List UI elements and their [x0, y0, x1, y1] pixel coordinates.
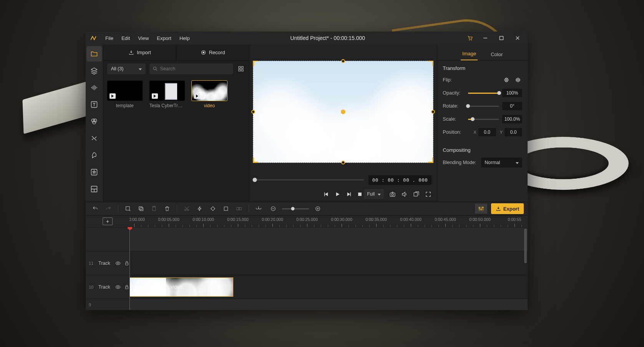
timeline-ruler[interactable]: 0:00:00.0000:00:05.0000:00:10.0000:00:15…	[129, 216, 528, 227]
scale-value[interactable]: 100.0%	[502, 115, 522, 123]
record-tab[interactable]: Record	[176, 45, 249, 60]
corner-handle[interactable]	[253, 61, 258, 66]
opacity-slider[interactable]	[468, 93, 499, 94]
track-lane[interactable]: video	[129, 275, 528, 299]
paste-button[interactable]	[148, 203, 160, 214]
copy-button[interactable]	[135, 203, 147, 214]
sidebar-filters[interactable]	[86, 114, 102, 129]
visibility-toggle[interactable]	[115, 261, 121, 266]
track-lane[interactable]	[129, 251, 528, 275]
edge-handle[interactable]	[251, 110, 255, 114]
snapshot-button[interactable]	[389, 191, 396, 198]
snap-button[interactable]	[253, 203, 264, 214]
props-tab-color[interactable]: Color	[489, 48, 504, 60]
volume-button[interactable]	[401, 191, 408, 198]
delete-button[interactable]	[161, 203, 173, 214]
minimize-button[interactable]	[478, 32, 493, 44]
undo-button[interactable]	[90, 203, 101, 214]
menu-help[interactable]: Help	[176, 34, 193, 43]
detach-button[interactable]	[413, 191, 420, 198]
position-y[interactable]: 0.0	[505, 128, 522, 136]
menu-export[interactable]: Export	[153, 34, 175, 43]
opacity-value[interactable]: 100%	[502, 89, 522, 97]
adjust-button[interactable]	[475, 204, 487, 214]
scale-slider[interactable]	[468, 119, 499, 120]
svg-rect-34	[239, 208, 241, 210]
track-lane[interactable]	[129, 299, 528, 310]
edge-handle[interactable]	[341, 59, 345, 63]
track-9: 9	[86, 299, 528, 310]
sidebar-audio[interactable]	[86, 80, 102, 95]
position-x[interactable]: 0.0	[478, 128, 496, 136]
prev-frame-button[interactable]	[324, 191, 329, 197]
center-handle[interactable]	[341, 110, 345, 114]
svg-rect-13	[239, 66, 241, 68]
view-grid-button[interactable]	[237, 65, 245, 73]
sidebar-layers[interactable]	[86, 63, 102, 78]
sidebar-transitions[interactable]	[86, 131, 102, 146]
export-button[interactable]: Export	[491, 203, 524, 214]
rotate-slider[interactable]	[468, 106, 499, 107]
crop-button[interactable]	[220, 203, 232, 214]
next-frame-button[interactable]	[346, 191, 352, 197]
zoom-slider[interactable]	[282, 208, 309, 209]
svg-rect-26	[140, 208, 143, 211]
corner-handle[interactable]	[428, 158, 433, 163]
menu-file[interactable]: File	[102, 34, 117, 43]
rotate-value[interactable]: 0°	[502, 102, 522, 110]
sidebar-favorites[interactable]	[86, 164, 102, 180]
preview-panel: 00 : 00 : 00 . 000 Full	[249, 45, 437, 202]
preview-canvas[interactable]	[253, 61, 433, 163]
track-lane[interactable]	[129, 227, 528, 251]
corner-handle[interactable]	[428, 61, 433, 66]
fullscreen-button[interactable]	[425, 191, 432, 198]
edge-handle[interactable]	[431, 110, 435, 114]
visibility-toggle[interactable]	[115, 284, 121, 290]
add-track-button[interactable]: +	[103, 217, 113, 225]
sidebar-layout[interactable]	[86, 181, 102, 197]
cut-button[interactable]	[181, 203, 193, 214]
quality-dropdown[interactable]: Full	[364, 189, 384, 199]
blend-mode-dropdown[interactable]: Normal	[481, 158, 522, 168]
media-filter-dropdown[interactable]: All (3)	[107, 63, 146, 74]
maximize-button[interactable]	[494, 32, 509, 44]
corner-handle[interactable]	[253, 158, 258, 163]
svg-rect-32	[224, 207, 227, 210]
flip-horizontal-button[interactable]	[502, 76, 511, 84]
close-button[interactable]	[510, 32, 525, 44]
import-tab[interactable]: Import	[103, 45, 176, 60]
menu-view[interactable]: View	[134, 34, 152, 43]
media-item-video[interactable]: video	[192, 81, 227, 108]
timecode-display: 00 : 00 : 00 . 000	[368, 175, 432, 185]
media-item-tesla[interactable]: Tesla CyberTruc...	[149, 81, 185, 108]
timeline-scrollbar[interactable]	[524, 227, 527, 310]
stop-button[interactable]	[357, 191, 363, 197]
redo-button[interactable]	[103, 203, 114, 214]
timeline-clip-video[interactable]: video	[129, 277, 233, 297]
marker-button[interactable]	[207, 203, 219, 214]
zoom-in-button[interactable]	[312, 203, 324, 214]
group-button[interactable]	[233, 203, 245, 214]
svg-rect-17	[324, 192, 325, 196]
compositing-heading: Compositing	[437, 143, 528, 155]
select-button[interactable]	[122, 203, 134, 214]
lock-toggle[interactable]	[124, 261, 129, 266]
svg-point-6	[94, 119, 97, 122]
media-search[interactable]	[149, 63, 233, 74]
sidebar-media[interactable]	[86, 46, 102, 61]
scrub-knob[interactable]	[253, 178, 257, 182]
props-tab-image[interactable]: Image	[461, 47, 478, 60]
edge-handle[interactable]	[341, 161, 345, 164]
store-button[interactable]	[462, 32, 478, 44]
search-input[interactable]	[160, 66, 230, 71]
lock-toggle[interactable]	[124, 284, 129, 290]
play-button[interactable]	[335, 191, 340, 197]
flip-vertical-button[interactable]	[514, 76, 522, 84]
media-item-template[interactable]: template	[107, 81, 143, 108]
scrub-bar[interactable]	[255, 179, 364, 181]
zoom-out-button[interactable]	[267, 203, 279, 214]
menu-edit[interactable]: Edit	[118, 34, 133, 43]
sidebar-text[interactable]	[86, 97, 102, 112]
speed-button[interactable]	[194, 203, 206, 214]
sidebar-shapes[interactable]	[86, 148, 102, 163]
